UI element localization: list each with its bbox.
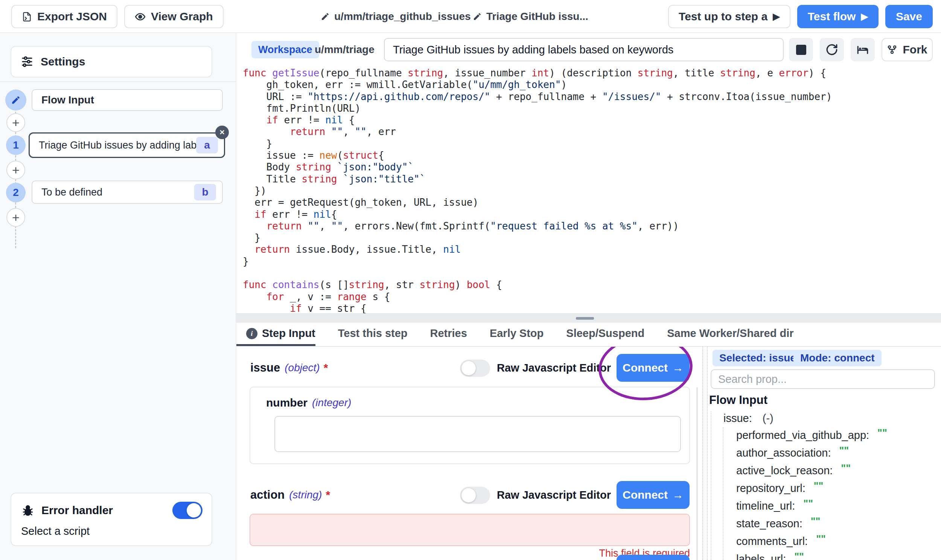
connect-label: Connect — [623, 489, 668, 502]
add-step-button-top[interactable]: + — [6, 113, 25, 132]
tree-value: "" — [814, 480, 824, 492]
field-type: (integer) — [312, 397, 351, 409]
code-line — [243, 268, 941, 279]
arrow-right-icon: → — [672, 489, 683, 502]
toggle-knob — [187, 503, 201, 517]
info-icon: i — [246, 328, 258, 339]
tree-value: "" — [878, 427, 887, 439]
tree-value: "" — [841, 463, 851, 474]
pencil-icon — [473, 12, 482, 21]
plus-icon: + — [12, 115, 20, 130]
selected-badge: Selected: issue — [713, 350, 803, 366]
settings-button[interactable]: Settings — [11, 46, 212, 77]
field-label-sender: sender (object) * — [250, 554, 336, 560]
tab-early-stop[interactable]: Early Stop — [490, 323, 543, 346]
breadcrumb-flow-path[interactable]: u/mm/triage_github_issues — [321, 0, 471, 33]
fork-button[interactable]: Fork — [882, 38, 933, 61]
tree-key: author_association: — [736, 447, 831, 459]
tree-prop-row[interactable]: active_lock_reason:"" — [736, 462, 939, 480]
flow-input-node[interactable]: Flow Input — [32, 89, 223, 111]
code-line: Title string `json:"title"` — [243, 173, 941, 185]
tab-retries[interactable]: Retries — [430, 323, 467, 346]
raw-editor-label: Raw Javascript Editor — [497, 554, 611, 560]
field-label-issue: issue (object) * — [250, 354, 328, 382]
breadcrumb-flow-title[interactable]: Triage GitHub issu... — [473, 0, 588, 33]
stop-button[interactable] — [789, 38, 813, 61]
code-line: func contains(s []string, str string) bo… — [243, 279, 941, 291]
topbar-left-actions: Export JSON View Graph — [11, 5, 224, 28]
pencil-icon — [11, 95, 21, 105]
raw-editor-toggle-issue[interactable] — [460, 360, 490, 377]
plus-icon: + — [12, 163, 20, 177]
tree-prop-row[interactable]: comments_url:"" — [736, 532, 939, 550]
tab-sleep-suspend[interactable]: Sleep/Suspend — [566, 323, 645, 346]
field-type: (object) — [285, 362, 319, 374]
add-step-button-bottom[interactable]: + — [6, 208, 25, 227]
tree-prop-row[interactable]: timeline_url:"" — [736, 497, 939, 515]
step-2-number: 2 — [6, 183, 26, 202]
tree-prop-row[interactable]: performed_via_github_app:"" — [736, 426, 939, 444]
flow-sidebar: Settings Flow Input + 1 Triage GitHub is… — [0, 33, 236, 560]
number-field-input[interactable] — [275, 416, 681, 452]
code-editor[interactable]: func getIssue(repo_fullname string, issu… — [236, 66, 941, 313]
refresh-button[interactable] — [820, 38, 844, 61]
export-json-button[interactable]: Export JSON — [11, 5, 117, 28]
tree-prop-row[interactable]: state_reason:"" — [736, 515, 939, 532]
code-line: return issue.Body, issue.Title, nil — [243, 244, 941, 255]
resize-handle[interactable] — [576, 317, 594, 320]
tree-prop-row[interactable]: labels_url:"" — [736, 550, 939, 560]
error-handler-card[interactable]: Error handler Select a script — [11, 493, 212, 546]
refresh-icon — [825, 43, 838, 56]
field-name: number — [266, 396, 307, 409]
step-node-2[interactable]: To be defined b — [32, 180, 223, 204]
script-path: u/mm/triage — [315, 33, 375, 66]
test-flow-button[interactable]: Test flow ▶ — [797, 5, 879, 28]
flow-summary-input[interactable] — [384, 38, 784, 61]
tree-key: comments_url: — [736, 535, 808, 548]
settings-label: Settings — [41, 55, 85, 68]
connect-button-action[interactable]: Connect → — [617, 481, 690, 509]
panel-resize-handle[interactable] — [702, 347, 708, 560]
view-graph-button[interactable]: View Graph — [124, 5, 224, 28]
add-step-button-middle[interactable]: + — [6, 161, 25, 179]
code-line: gh_token, err := wmill.GetVariable("u/mm… — [243, 79, 941, 91]
code-line: func getIssue(repo_fullname string, issu… — [243, 67, 941, 79]
tree-key: performed_via_github_app: — [736, 429, 869, 442]
search-prop-input[interactable] — [711, 369, 935, 389]
arrow-right-icon: → — [672, 362, 683, 374]
tree-key: repository_url: — [736, 482, 805, 495]
save-label: Save — [896, 10, 922, 23]
code-line: }) — [243, 185, 941, 197]
field-row-issue: issue (object) * Raw Javascript Editor C… — [236, 354, 702, 382]
error-handler-toggle[interactable] — [173, 502, 202, 519]
sliders-icon — [21, 56, 33, 68]
test-up-to-step-button[interactable]: Test up to step a ▶ — [668, 5, 790, 28]
editor-resize-divider — [236, 313, 941, 323]
tree-value: "" — [803, 498, 813, 509]
tab-label: Sleep/Suspend — [566, 327, 645, 340]
bed-sleep-button[interactable] — [851, 38, 875, 61]
required-asterisk: * — [324, 362, 328, 374]
step-node-1-selected[interactable]: Triage GitHub issues by adding labels ..… — [29, 132, 225, 158]
step-1-id-badge: a — [196, 137, 218, 154]
tab-same-worker[interactable]: Same Worker/Shared dir — [667, 323, 793, 346]
error-handler-row: Error handler — [21, 502, 202, 519]
action-required-textarea[interactable] — [250, 514, 690, 546]
tab-step-input[interactable]: i Step Input — [236, 323, 315, 346]
save-button[interactable]: Save — [885, 5, 933, 28]
tree-collapse-marker: (-) — [763, 412, 773, 425]
connect-button-sender[interactable]: Connect → — [617, 555, 690, 560]
raw-editor-toggle-action[interactable] — [460, 487, 490, 504]
workspace-badge: Workspace — [251, 41, 319, 58]
tree-prop-row[interactable]: author_association:"" — [736, 444, 939, 462]
tab-test-this-step[interactable]: Test this step — [338, 323, 408, 346]
export-file-icon — [22, 12, 32, 22]
remove-step-button[interactable]: ✕ — [215, 126, 229, 139]
tree-node-issue[interactable]: issue: (-) — [723, 410, 773, 426]
topbar: Export JSON View Graph u/mm/triage_githu… — [0, 0, 941, 33]
tree-prop-row[interactable]: repository_url:"" — [736, 480, 939, 497]
code-line: if err != nil { — [243, 114, 941, 126]
step-number-label: 1 — [13, 139, 19, 151]
panel-scrollbar[interactable] — [696, 388, 698, 560]
connect-button-issue[interactable]: Connect → — [617, 354, 690, 382]
